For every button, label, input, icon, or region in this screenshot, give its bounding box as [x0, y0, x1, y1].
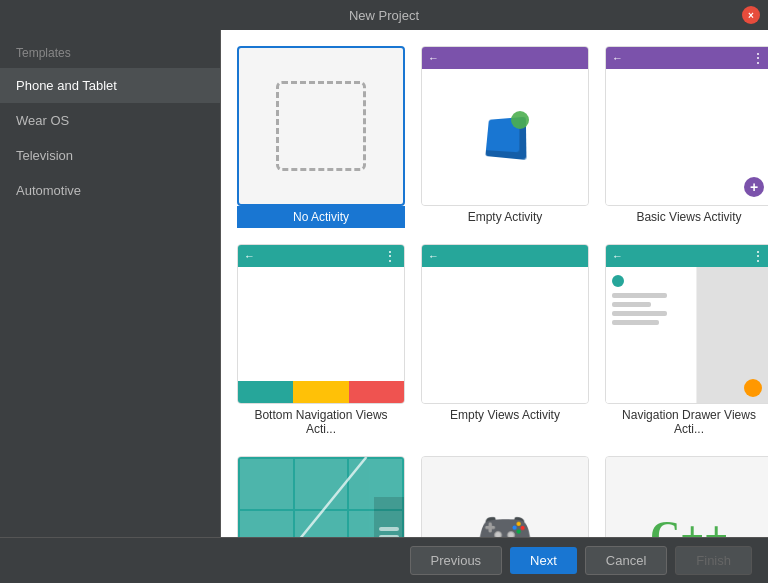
- side-line-1: [379, 527, 399, 531]
- basic-views-label: Basic Views Activity: [632, 206, 745, 228]
- back-arrow-icon: ←: [612, 52, 623, 64]
- dialog-title: New Project: [349, 8, 419, 23]
- empty-views-bar: ←: [422, 245, 588, 267]
- template-grid-activity[interactable]: Grid Activity: [237, 456, 405, 537]
- drawer-fab: [744, 379, 762, 397]
- cpp-mockup: C++: [606, 457, 768, 537]
- template-empty-activity[interactable]: ← Empty Activity: [421, 46, 589, 228]
- empty-views-body: [422, 267, 588, 403]
- grid-cell-2: [295, 459, 348, 509]
- empty-activity-mockup: ←: [422, 47, 588, 205]
- empty-views-mockup: ←: [422, 245, 588, 403]
- nav-segment-1: [238, 381, 293, 403]
- back-arrow-icon: ←: [428, 250, 439, 262]
- bottom-nav-mockup: ← ⋮: [238, 245, 404, 403]
- game-activity-preview: 🎮: [421, 456, 589, 537]
- previous-button[interactable]: Previous: [410, 546, 503, 575]
- basic-views-preview: ← ⋮ +: [605, 46, 768, 206]
- sidebar-item-automotive[interactable]: Automotive: [0, 173, 220, 208]
- back-arrow-icon: ←: [244, 250, 255, 262]
- nav-segment-2: [293, 381, 348, 403]
- template-cpp-activity[interactable]: C++ Native C++ Activity: [605, 456, 768, 537]
- back-arrow-icon: ←: [612, 250, 623, 262]
- side-line-2: [379, 535, 399, 537]
- empty-views-label: Empty Views Activity: [446, 404, 564, 426]
- nav-drawer-preview: ← ⋮: [605, 244, 768, 404]
- template-no-activity[interactable]: No Activity: [237, 46, 405, 228]
- nav-drawer-bar: ← ⋮: [606, 245, 768, 267]
- template-bottom-nav[interactable]: ← ⋮ Bottom Navigation Views Acti...: [237, 244, 405, 440]
- main-container: Templates Phone and Tablet Wear OS Telev…: [0, 30, 768, 537]
- menu-dots-icon: ⋮: [751, 248, 766, 264]
- grid-cell-5: [295, 511, 348, 537]
- bottom-nav-bar-strip: [238, 381, 404, 403]
- template-nav-drawer[interactable]: ← ⋮: [605, 244, 768, 440]
- grid-mockup: [238, 457, 404, 537]
- game-mockup: 🎮: [422, 457, 588, 537]
- drawer-rest: [697, 267, 768, 403]
- cancel-button[interactable]: Cancel: [585, 546, 667, 575]
- footer: Previous Next Cancel Finish: [0, 537, 768, 583]
- bottom-nav-bar: ← ⋮: [238, 245, 404, 267]
- drawer-line-4: [612, 320, 659, 325]
- basic-views-body: +: [606, 69, 768, 205]
- gamepad-icon: 🎮: [475, 508, 535, 537]
- template-game-activity[interactable]: 🎮 Game Activity: [421, 456, 589, 537]
- sidebar-header: Templates: [0, 30, 220, 68]
- drawer-line-2: [612, 302, 651, 307]
- nav-drawer-body: [606, 267, 768, 403]
- dashed-square: [276, 81, 366, 171]
- cube-icon: [479, 111, 531, 163]
- grid-cell-4: [240, 511, 293, 537]
- drawer-circle: [612, 275, 624, 287]
- basic-views-bar: ← ⋮: [606, 47, 768, 69]
- back-arrow-icon: ←: [428, 52, 439, 64]
- grid-side-panel: [374, 497, 404, 537]
- empty-activity-preview: ←: [421, 46, 589, 206]
- title-bar: New Project ×: [0, 0, 768, 30]
- nav-segment-3: [349, 381, 404, 403]
- sidebar-item-television[interactable]: Television: [0, 138, 220, 173]
- sidebar-item-phone-tablet[interactable]: Phone and Tablet: [0, 68, 220, 103]
- basic-views-mockup: ← ⋮ +: [606, 47, 768, 205]
- nav-drawer-mockup: ← ⋮: [606, 245, 768, 403]
- drawer-panel: [606, 267, 697, 403]
- next-button[interactable]: Next: [510, 547, 577, 574]
- bottom-nav-body: [238, 267, 404, 381]
- empty-activity-label: Empty Activity: [464, 206, 547, 228]
- menu-dots-icon: ⋮: [383, 248, 398, 264]
- cpp-activity-preview: C++: [605, 456, 768, 537]
- grid-cell-1: [240, 459, 293, 509]
- drawer-line-1: [612, 293, 667, 298]
- close-button[interactable]: ×: [742, 6, 760, 24]
- nav-drawer-label: Navigation Drawer Views Acti...: [605, 404, 768, 440]
- sidebar: Templates Phone and Tablet Wear OS Telev…: [0, 30, 221, 537]
- drawer-line-3: [612, 311, 667, 316]
- no-activity-preview: [237, 46, 405, 206]
- empty-views-preview: ←: [421, 244, 589, 404]
- bottom-nav-label: Bottom Navigation Views Acti...: [237, 404, 405, 440]
- fab-icon: +: [744, 177, 764, 197]
- template-empty-views[interactable]: ← Empty Views Activity: [421, 244, 589, 440]
- cpp-icon: C++: [650, 512, 728, 537]
- finish-button[interactable]: Finish: [675, 546, 752, 575]
- content-area: No Activity ←: [221, 30, 768, 537]
- empty-activity-bar: ←: [422, 47, 588, 69]
- grid-activity-preview: [237, 456, 405, 537]
- bottom-nav-preview: ← ⋮: [237, 244, 405, 404]
- sidebar-item-wear-os[interactable]: Wear OS: [0, 103, 220, 138]
- template-basic-views[interactable]: ← ⋮ + Basic Views Activity: [605, 46, 768, 228]
- templates-grid: No Activity ←: [237, 46, 752, 537]
- no-activity-label: No Activity: [237, 206, 405, 228]
- menu-dots-icon: ⋮: [751, 50, 766, 66]
